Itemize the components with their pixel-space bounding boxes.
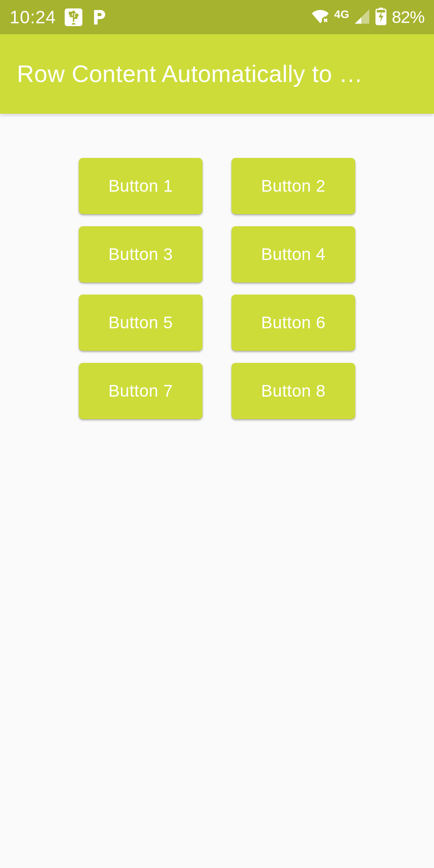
- usb-icon: [65, 8, 82, 26]
- button-6[interactable]: Button 6: [231, 295, 355, 351]
- wifi-icon: [311, 9, 330, 26]
- button-4[interactable]: Button 4: [231, 226, 355, 283]
- button-grid: Button 1 Button 2 Button 3 Button 4 Butt…: [72, 114, 362, 419]
- status-left: 10:24: [10, 7, 106, 27]
- app-bar: Row Content Automatically to …: [0, 34, 434, 114]
- page-title: Row Content Automatically to …: [17, 60, 417, 88]
- button-7[interactable]: Button 7: [79, 363, 203, 419]
- button-1[interactable]: Button 1: [79, 158, 203, 214]
- button-8[interactable]: Button 8: [231, 363, 355, 419]
- battery-charging-icon: [375, 8, 387, 27]
- network-4g-label: 4G: [334, 8, 349, 21]
- button-3[interactable]: Button 3: [79, 226, 203, 283]
- button-5[interactable]: Button 5: [79, 295, 203, 351]
- svg-rect-2: [379, 8, 383, 10]
- status-right: 4G 82%: [311, 8, 424, 27]
- status-clock: 10:24: [10, 7, 56, 27]
- status-bar: 10:24 4G: [0, 0, 434, 34]
- button-2[interactable]: Button 2: [231, 158, 355, 214]
- cellular-signal-icon: [354, 8, 370, 26]
- battery-percentage: 82%: [392, 8, 424, 27]
- app-p-icon: [91, 9, 106, 26]
